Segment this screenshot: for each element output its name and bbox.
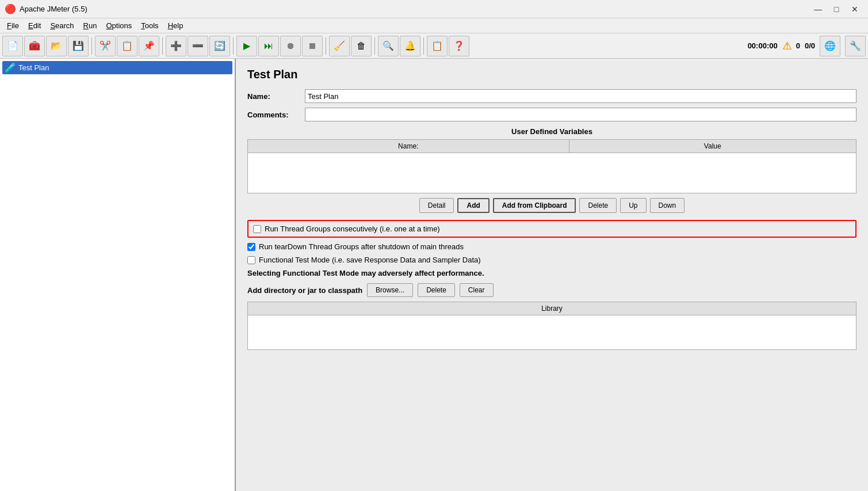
comments-input[interactable] — [305, 108, 856, 121]
library-col-header: Library — [248, 302, 856, 315]
empty-row — [248, 153, 856, 167]
minimize-button[interactable]: — — [809, 3, 827, 15]
add-clipboard-button[interactable]: Add from Clipboard — [493, 198, 576, 213]
separator-3 — [233, 37, 234, 55]
page-title: Test Plan — [247, 68, 856, 81]
search-btn[interactable]: 🔍 — [378, 36, 399, 56]
cut-btn[interactable]: ✂️ — [95, 36, 116, 56]
status-time: 00:00:00 — [748, 41, 778, 50]
start-btn[interactable]: ▶ — [236, 36, 257, 56]
separator-5 — [374, 37, 375, 55]
comments-label: Comments: — [247, 111, 305, 119]
teardown-label: Run tearDown Thread Groups after shutdow… — [259, 242, 464, 251]
separator-4 — [326, 37, 326, 55]
variables-table: Name: Value — [247, 139, 856, 193]
teardown-row: Run tearDown Thread Groups after shutdow… — [247, 242, 856, 251]
consecutive-threads-label: Run Thread Groups consecutively (i.e. on… — [265, 224, 440, 233]
content-area: Test Plan Name: Comments: User Defined V… — [236, 59, 868, 491]
consecutive-threads-checkbox[interactable] — [253, 225, 261, 233]
functional-mode-row: Functional Test Mode (i.e. save Response… — [247, 256, 856, 264]
reset-search-btn[interactable]: 🔔 — [400, 36, 420, 56]
clear-btn[interactable]: 🧹 — [329, 36, 350, 56]
remote-btn[interactable]: 🌐 — [820, 36, 840, 56]
clear-button[interactable]: Clear — [460, 283, 494, 297]
status-warnings: 0 — [796, 41, 800, 50]
menu-help[interactable]: Help — [163, 20, 188, 31]
menu-run[interactable]: Run — [79, 20, 102, 31]
new-btn[interactable]: 📄 — [2, 36, 23, 56]
sidebar: 🧪 Test Plan — [0, 59, 236, 491]
shutdown-btn[interactable]: ⏹ — [302, 36, 323, 56]
open-templates-btn[interactable]: 🧰 — [24, 36, 45, 56]
delete-classpath-button[interactable]: Delete — [418, 283, 455, 297]
main-layout: 🧪 Test Plan Test Plan Name: Comments: Us… — [0, 59, 868, 491]
warning-icon: ⚠ — [782, 40, 791, 52]
library-table: Library — [247, 302, 856, 350]
expand-btn[interactable]: ➕ — [166, 36, 186, 56]
library-body — [248, 315, 856, 350]
close-button[interactable]: ✕ — [846, 3, 863, 15]
copy-btn[interactable]: 📋 — [117, 36, 137, 56]
start-no-pause-btn[interactable]: ⏭ — [258, 36, 279, 56]
tree-item-test-plan[interactable]: 🧪 Test Plan — [2, 61, 232, 74]
menu-file[interactable]: File — [2, 20, 24, 31]
classpath-row: Add directory or jar to classpath Browse… — [247, 283, 856, 297]
note-text: Selecting Functional Test Mode may adver… — [247, 269, 856, 277]
browse-button[interactable]: Browse... — [367, 283, 413, 297]
list-btn[interactable]: 📋 — [427, 36, 448, 56]
title-bar: 🔴 Apache JMeter (5.5) — □ ✕ — [0, 0, 868, 18]
col-value-header: Value — [569, 140, 856, 153]
separator-6 — [423, 37, 424, 55]
menu-bar: File Edit Search Run Options Tools Help — [0, 18, 868, 33]
empty-row-3 — [248, 180, 856, 193]
open-btn[interactable]: 📂 — [46, 36, 67, 56]
save-btn[interactable]: 💾 — [68, 36, 89, 56]
functional-mode-checkbox[interactable] — [247, 256, 255, 264]
add-button[interactable]: Add — [457, 198, 489, 213]
tree-item-label: Test Plan — [18, 63, 49, 72]
toggle-btn[interactable]: 🔄 — [209, 36, 230, 56]
delete-button[interactable]: Delete — [579, 198, 617, 213]
app-icon: 🔴 — [5, 3, 16, 14]
library-empty-row-2 — [248, 333, 856, 350]
menu-options[interactable]: Options — [101, 20, 136, 31]
clear-all-btn[interactable]: 🗑 — [351, 36, 372, 56]
status-errors: 0/0 — [805, 41, 815, 50]
consecutive-threads-row: Run Thread Groups consecutively (i.e. on… — [247, 220, 856, 238]
toolbar-status: 00:00:00 ⚠ 0 0/0 🌐 🔧 — [748, 36, 866, 56]
functional-mode-label: Functional Test Mode (i.e. save Response… — [259, 256, 481, 264]
up-button[interactable]: Up — [620, 198, 646, 213]
paste-btn[interactable]: 📌 — [139, 36, 159, 56]
name-row: Name: — [247, 89, 856, 103]
collapse-btn[interactable]: ➖ — [188, 36, 208, 56]
menu-search[interactable]: Search — [45, 20, 78, 31]
teardown-checkbox[interactable] — [247, 243, 255, 251]
separator-1 — [91, 37, 92, 55]
app-title: Apache JMeter (5.5) — [20, 5, 87, 13]
library-empty-row — [248, 315, 856, 333]
test-plan-icon: 🧪 — [5, 62, 16, 73]
toolbar: 📄 🧰 📂 💾 ✂️ 📋 📌 ➕ ➖ 🔄 ▶ ⏭ ⏺ ⏹ 🧹 🗑 🔍 🔔 📋 ❓… — [0, 33, 868, 59]
menu-edit[interactable]: Edit — [24, 20, 45, 31]
comments-row: Comments: — [247, 108, 856, 121]
variables-section-title: User Defined Variables — [247, 127, 856, 136]
detail-button[interactable]: Detail — [419, 198, 454, 213]
empty-row-2 — [248, 166, 856, 180]
help-btn[interactable]: ❓ — [449, 36, 469, 56]
name-label: Name: — [247, 92, 305, 101]
variables-body — [248, 153, 856, 193]
separator-2 — [162, 37, 163, 55]
classpath-label: Add directory or jar to classpath — [247, 286, 362, 295]
extra-btn[interactable]: 🔧 — [845, 36, 866, 56]
col-name-header: Name: — [248, 140, 569, 153]
down-button[interactable]: Down — [650, 198, 685, 213]
maximize-button[interactable]: □ — [828, 3, 845, 15]
stop-btn[interactable]: ⏺ — [280, 36, 301, 56]
name-input[interactable] — [305, 89, 856, 103]
menu-tools[interactable]: Tools — [136, 20, 163, 31]
table-actions: Detail Add Add from Clipboard Delete Up … — [247, 198, 856, 213]
